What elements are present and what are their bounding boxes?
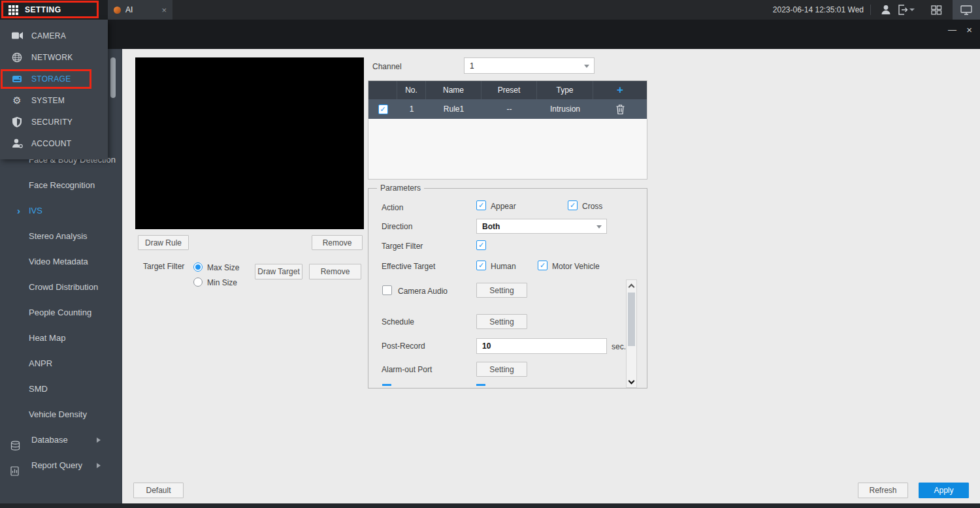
storage-icon (11, 74, 23, 84)
default-button[interactable]: Default (133, 483, 184, 498)
scrollbar-thumb[interactable] (628, 293, 635, 346)
direction-select[interactable]: Both (476, 219, 607, 234)
close-button[interactable]: × (966, 24, 972, 35)
post-record-input[interactable] (476, 338, 607, 354)
system-gear-icon (11, 95, 23, 105)
button-label: Setting (489, 365, 514, 374)
menu-item-account[interactable]: ACCOUNT (0, 133, 108, 154)
chevron-down-icon (596, 225, 602, 229)
sidebar-item-ivs[interactable]: IVS (0, 198, 122, 223)
target-filter-checkbox[interactable] (476, 240, 486, 250)
menu-item-storage[interactable]: STORAGE (0, 68, 108, 89)
window-titlebar: — × (0, 20, 980, 49)
settings-dropdown-menu: CAMERA NETWORK STORAGE SYSTEM SECURITY A… (0, 20, 108, 159)
button-label: Setting (489, 317, 514, 326)
direction-value: Both (482, 222, 500, 231)
tab-ai[interactable]: AI × (108, 0, 172, 20)
button-label: Refresh (869, 486, 896, 495)
menu-item-label: STORAGE (31, 74, 71, 84)
cell-preset: -- (507, 104, 512, 114)
effective-target-label: Effective Target (382, 262, 435, 271)
sidebar-item-label: People Counting (29, 308, 91, 317)
setting-menu-button[interactable]: SETTING (0, 0, 108, 20)
video-preview[interactable] (135, 57, 364, 229)
motor-vehicle-label: Motor Vehicle (552, 262, 600, 271)
sidebar-item-face-recognition[interactable]: Face Recognition (0, 172, 122, 198)
screen-layout-icon[interactable] (928, 0, 945, 20)
max-size-radio[interactable] (193, 262, 203, 272)
sidebar-item-label: Database (31, 435, 68, 445)
sidebar-item-report-query[interactable]: Report Query (0, 452, 122, 478)
user-icon[interactable] (878, 0, 894, 20)
human-checkbox[interactable] (476, 261, 486, 270)
datetime-display: 2023-06-14 12:35:01 Wed (773, 0, 864, 20)
sidebar-item-video-metadata[interactable]: Video Metadata (0, 249, 122, 274)
schedule-setting-button[interactable]: Setting (476, 314, 527, 329)
post-record-label: Post-Record (382, 341, 425, 351)
sidebar-item-label: Heat Map (29, 333, 65, 343)
row-checkbox[interactable] (378, 104, 388, 114)
add-icon: + (617, 84, 623, 97)
delete-rule-icon[interactable] (616, 104, 625, 114)
window-bottom-edge (0, 503, 980, 508)
table-header: No. Name Preset Type + (368, 81, 647, 99)
sidebar-item-label: ANPR (29, 358, 52, 368)
tab-label: AI (125, 5, 133, 14)
refresh-button[interactable]: Refresh (858, 483, 908, 498)
sidebar-item-people-counting[interactable]: People Counting (0, 300, 122, 325)
sidebar-scrollbar[interactable] (110, 57, 116, 98)
menu-item-system[interactable]: SYSTEM (0, 89, 108, 111)
scroll-up-button[interactable] (627, 280, 636, 291)
alarm-out-setting-button[interactable]: Setting (476, 362, 527, 377)
camera-audio-label: Camera Audio (398, 287, 448, 296)
parameters-scrollbar[interactable] (626, 279, 637, 388)
remove-rule-button[interactable]: Remove (312, 235, 363, 250)
param-target-filter-label: Target Filter (382, 242, 423, 251)
sidebar-item-anpr[interactable]: ANPR (0, 351, 122, 376)
human-label: Human (491, 262, 516, 271)
menu-item-label: SECURITY (31, 118, 73, 127)
camera-audio-setting-button[interactable]: Setting (476, 283, 527, 298)
col-no: No. (397, 81, 426, 99)
sidebar-item-vehicle-density[interactable]: Vehicle Density (0, 402, 122, 427)
sidebar-item-label: Face Recognition (29, 180, 95, 190)
camera-audio-checkbox[interactable] (382, 285, 392, 295)
schedule-label: Schedule (382, 317, 414, 326)
logout-icon[interactable] (898, 0, 915, 20)
parameters-group: Parameters Action Appear Cross Direction… (368, 188, 647, 389)
menu-item-network[interactable]: NETWORK (0, 46, 108, 68)
channel-select[interactable]: 1 (464, 57, 595, 74)
col-type: Type (537, 81, 593, 99)
scroll-down-button[interactable] (627, 376, 636, 387)
minimize-button[interactable]: — (948, 25, 956, 35)
header-label: Type (556, 86, 573, 95)
remove-target-button[interactable]: Remove (309, 264, 361, 279)
button-label: Apply (934, 486, 953, 495)
nvr-settings-screen: — × SETTING AI × 2023-06-14 12:35:01 Wed (0, 0, 980, 508)
target-filter-label: Target Filter (143, 262, 184, 271)
direction-label: Direction (382, 222, 412, 231)
expand-arrow-icon (97, 463, 101, 468)
menu-item-label: ACCOUNT (31, 139, 71, 148)
min-size-radio[interactable] (193, 278, 203, 287)
network-icon (11, 52, 23, 63)
report-query-icon (10, 460, 20, 478)
display-icon[interactable] (953, 0, 980, 20)
menu-item-camera[interactable]: CAMERA (0, 25, 108, 46)
table-row[interactable]: 1 Rule1 -- Intrusion (368, 99, 647, 119)
motor-vehicle-checkbox[interactable] (538, 261, 547, 270)
appear-checkbox[interactable] (476, 200, 486, 210)
sidebar-item-smd[interactable]: SMD (0, 376, 122, 402)
col-select (368, 81, 397, 99)
draw-target-button[interactable]: Draw Target (255, 264, 302, 279)
sidebar-item-crowd-distribution[interactable]: Crowd Distribution (0, 274, 122, 300)
sidebar-item-database[interactable]: Database (0, 427, 122, 452)
sidebar-item-stereo-analysis[interactable]: Stereo Analysis (0, 223, 122, 249)
draw-rule-button[interactable]: Draw Rule (138, 235, 189, 250)
menu-item-security[interactable]: SECURITY (0, 111, 108, 133)
tab-close-icon[interactable]: × (161, 5, 167, 15)
apply-button[interactable]: Apply (919, 483, 969, 498)
cross-checkbox[interactable] (568, 200, 578, 210)
add-rule-button[interactable]: + (593, 81, 647, 99)
sidebar-item-heat-map[interactable]: Heat Map (0, 325, 122, 351)
